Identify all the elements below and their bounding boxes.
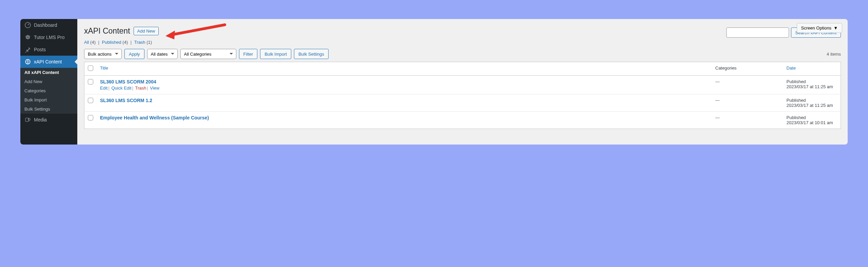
row-status: Published: [787, 79, 806, 84]
globe-icon: [24, 58, 31, 65]
row-checkbox[interactable]: [88, 98, 93, 103]
row-status: Published: [787, 98, 806, 103]
cap-icon: [24, 34, 31, 41]
row-status: Published: [787, 115, 806, 120]
filter-all-count: (4): [90, 40, 96, 45]
row-date: 2023/03/17 at 11:25 am: [787, 84, 833, 89]
svg-point-3: [28, 118, 30, 120]
media-icon: [24, 116, 31, 123]
content-table: Title Categories Date SL360 LMS SCORM 20…: [84, 62, 841, 129]
filter-published-count: (4): [122, 40, 128, 45]
categories-select[interactable]: All Categories: [180, 49, 236, 59]
sidebar-item-xapi-content[interactable]: xAPI Content: [20, 56, 77, 68]
select-all-checkbox[interactable]: [88, 65, 93, 71]
page-header: xAPI Content Add New: [84, 26, 841, 36]
filter-trash-count: (1): [146, 40, 152, 45]
gauge-icon: [24, 22, 31, 28]
filter-links: All (4) | Published (4) | Trash (1) Sear…: [84, 40, 841, 45]
filter-button[interactable]: Filter: [239, 49, 258, 59]
column-categories: Categories: [712, 62, 783, 76]
sidebar-item-label: xAPI Content: [34, 59, 62, 64]
row-category: —: [715, 98, 720, 103]
row-checkbox[interactable]: [88, 79, 93, 84]
column-date[interactable]: Date: [787, 65, 796, 71]
row-category: —: [715, 115, 720, 120]
row-checkbox[interactable]: [88, 115, 93, 120]
submenu-add-new[interactable]: Add New: [20, 77, 77, 86]
bulk-actions-select[interactable]: Bulk actions: [84, 49, 122, 59]
action-view[interactable]: View: [150, 85, 159, 91]
row-title-link[interactable]: SL360 LMS SCORM 1.2: [100, 98, 152, 103]
column-title[interactable]: Title: [100, 65, 108, 71]
sidebar-item-label: Posts: [34, 47, 46, 52]
row-date: 2023/03/17 at 10:01 am: [787, 120, 833, 125]
submenu-all-xapi[interactable]: All xAPI Content: [20, 68, 77, 77]
sidebar-item-label: Media: [34, 117, 47, 122]
row-actions: Edit| Quick Edit| Trash| View: [100, 85, 709, 91]
row-title-link[interactable]: SL360 LMS SCORM 2004: [100, 79, 156, 84]
page-title: xAPI Content: [84, 26, 130, 36]
table-row: SL360 LMS SCORM 1.2 — Published 2023/03/…: [84, 94, 841, 112]
sidebar: Dashboard Tutor LMS Pro Posts xAPI Conte…: [20, 19, 77, 145]
arrow-annotation: [165, 23, 226, 40]
action-quick-edit[interactable]: Quick Edit: [111, 85, 131, 91]
dates-select[interactable]: All dates: [147, 49, 178, 59]
row-date: 2023/03/17 at 11:25 am: [787, 103, 833, 108]
sidebar-item-label: Tutor LMS Pro: [34, 35, 65, 40]
sidebar-item-dashboard[interactable]: Dashboard: [20, 19, 77, 31]
table-row: SL360 LMS SCORM 2004 Edit| Quick Edit| T…: [84, 76, 841, 94]
action-edit[interactable]: Edit: [100, 85, 107, 91]
action-trash[interactable]: Trash: [135, 85, 146, 91]
row-title-link[interactable]: Employee Health and Wellness (Sample Cou…: [100, 115, 209, 120]
sidebar-item-tutor-lms[interactable]: Tutor LMS Pro: [20, 31, 77, 43]
apply-button[interactable]: Apply: [124, 49, 144, 59]
filter-published[interactable]: Published: [102, 40, 121, 45]
sidebar-submenu: All xAPI Content Add New Categories Bulk…: [20, 68, 77, 114]
add-new-button[interactable]: Add New: [134, 27, 159, 35]
items-count: 4 items: [827, 52, 841, 57]
row-category: —: [715, 79, 720, 84]
sidebar-item-posts[interactable]: Posts: [20, 43, 77, 56]
top-bar: Bulk actions Apply All dates All Categor…: [84, 49, 841, 59]
bulk-settings-button[interactable]: Bulk Settings: [294, 49, 329, 59]
pin-icon: [24, 46, 31, 53]
filter-trash[interactable]: Trash: [134, 40, 145, 45]
main-content: Screen Options ▼ xAPI Content Add New Al…: [77, 19, 848, 145]
app-window: Dashboard Tutor LMS Pro Posts xAPI Conte…: [20, 19, 848, 145]
table-row: Employee Health and Wellness (Sample Cou…: [84, 112, 841, 129]
submenu-bulk-settings[interactable]: Bulk Settings: [20, 104, 77, 114]
bulk-import-button[interactable]: Bulk Import: [260, 49, 291, 59]
sidebar-item-label: Dashboard: [34, 22, 57, 28]
submenu-categories[interactable]: Categories: [20, 86, 77, 95]
filter-all[interactable]: All: [84, 40, 89, 45]
sidebar-item-media[interactable]: Media: [20, 114, 77, 126]
submenu-bulk-import[interactable]: Bulk Import: [20, 95, 77, 104]
